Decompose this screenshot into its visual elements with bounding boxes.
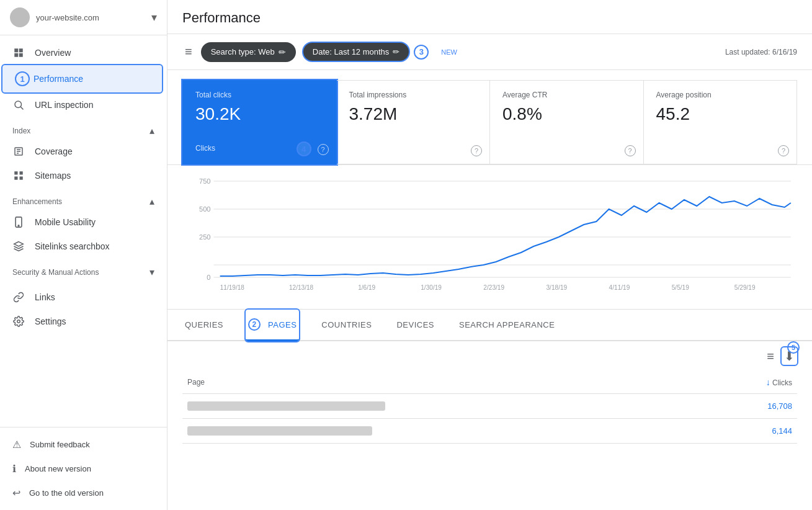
svg-text:250: 250 [199,233,211,241]
sidebar-item-submit-feedback[interactable]: ⚠ Submit feedback [0,432,167,457]
performance-badge: 1 [15,71,30,86]
table-cell-clicks-1: 16,708 [706,394,797,419]
settings-icon [12,316,25,327]
blurred-url-1: https://example.com/page-path-blurred-lo… [187,401,385,411]
mobile-icon [12,217,25,228]
search-icon [12,99,25,110]
average-position-label: Average position [656,91,785,99]
coverage-icon [12,146,25,157]
svg-text:4/11/19: 4/11/19 [609,284,630,291]
filter-icon: ≡ [185,45,192,58]
sitelinks-icon [12,241,25,252]
svg-text:5/5/19: 5/5/19 [672,284,690,291]
sidebar-item-links-label: Links [35,292,55,302]
sidebar: your-website.com ▾ Overview 1 Performanc… [0,0,167,510]
page-title: Performance [182,10,261,34]
security-section-label: Security & Manual Actions ▾ [0,259,167,280]
svg-text:0: 0 [207,274,210,281]
pages-badge: 2 [248,318,261,331]
index-section-label: Index ▴ [0,117,167,139]
svg-point-17 [17,320,20,323]
chart-container: 750 500 250 0 11/19/18 12/13/18 1/6/19 1… [182,175,797,299]
table-toolbar: ≡ ⬇ 5 [182,341,797,371]
table-filter-icon: ≡ [767,349,774,363]
sidebar-item-performance[interactable]: 1 Performance [2,65,162,92]
index-toggle-icon[interactable]: ▴ [149,125,154,136]
svg-rect-2 [14,53,18,57]
search-type-label: Search type: Web [211,47,275,56]
sidebar-nav: Overview 1 Performance URL inspection In… [0,35,167,427]
average-ctr-value: 0.8% [502,104,631,124]
date-badge: 3 [414,45,429,60]
chart-area: 750 500 250 0 11/19/18 12/13/18 1/6/19 1… [167,165,812,310]
table-header-clicks[interactable]: ↓ Clicks [706,371,797,394]
tabs-row: QUERIES 2 PAGES COUNTRIES DEVICES SEARCH… [167,310,812,341]
tab-devices[interactable]: DEVICES [394,310,437,341]
tab-search-appearance-label: SEARCH APPEARANCE [459,320,555,329]
about-new-version-label: About new version [25,464,91,473]
tab-pages[interactable]: 2 PAGES [246,310,299,341]
sidebar-item-coverage[interactable]: Coverage [0,140,162,163]
enhancements-toggle-icon[interactable]: ▴ [149,195,154,207]
date-edit-icon: ✏ [393,47,399,56]
total-impressions-value: 3.72M [349,104,478,124]
svg-rect-10 [14,171,17,174]
sidebar-item-mobile-usability-label: Mobile Usability [35,217,96,227]
sidebar-item-sitelinks-label: Sitelinks searchbox [35,241,110,251]
chart-svg: 750 500 250 0 11/19/18 12/13/18 1/6/19 1… [182,175,797,299]
feedback-icon: ⚠ [12,439,21,450]
table-row: https://example.com/page-path-blurred-lo… [182,394,797,419]
sidebar-item-about-new-version[interactable]: ℹ About new version [0,457,167,481]
svg-text:750: 750 [199,177,211,185]
sidebar-item-settings[interactable]: Settings [0,310,162,333]
search-type-button[interactable]: Search type: Web ✏ [201,42,296,62]
download-badge: 5 [787,341,800,354]
svg-text:12/13/18: 12/13/18 [289,284,314,291]
table-row: https://example.com/another-page-blurred… [182,419,797,444]
average-ctr-help[interactable]: ? [625,145,636,156]
back-icon: ↩ [12,487,20,499]
svg-rect-0 [14,48,18,52]
sidebar-item-url-inspection[interactable]: URL inspection [0,93,162,117]
sidebar-item-sitemaps[interactable]: Sitemaps [0,164,162,187]
tab-queries[interactable]: QUERIES [182,310,226,341]
tab-countries[interactable]: COUNTRIES [319,310,374,341]
stat-total-impressions[interactable]: Total impressions 3.72M ? [337,80,491,164]
tab-search-appearance[interactable]: SEARCH APPEARANCE [457,310,557,341]
site-name: your-website.com [36,13,151,22]
svg-text:1/30/19: 1/30/19 [421,284,442,291]
sidebar-item-go-to-old-version[interactable]: ↩ Go to the old version [0,481,167,505]
svg-text:500: 500 [199,205,211,213]
sidebar-item-sitelinks-searchbox[interactable]: Sitelinks searchbox [0,235,162,258]
svg-marker-16 [14,242,24,247]
date-range-button[interactable]: Date: Last 12 months ✏ [302,42,411,62]
enhancements-section-label: Enhancements ▴ [0,188,167,210]
new-badge: NEW [441,48,457,56]
total-clicks-help[interactable]: ? [318,144,329,155]
average-position-help[interactable]: ? [778,145,789,156]
filter-button[interactable]: ≡ [182,42,195,61]
sidebar-item-mobile-usability[interactable]: Mobile Usability [0,210,162,234]
search-type-edit-icon: ✏ [279,47,286,57]
dropdown-icon[interactable]: ▾ [151,11,157,24]
stats-row: Total clicks 30.2K ? Clicks 4 Total impr… [167,70,812,165]
sidebar-item-url-inspection-label: URL inspection [35,100,93,110]
svg-text:1/6/19: 1/6/19 [358,284,376,291]
sidebar-item-overview[interactable]: Overview [0,41,162,65]
stat-average-ctr[interactable]: Average CTR 0.8% ? [490,80,644,164]
total-impressions-label: Total impressions [349,91,478,99]
info-icon: ℹ [12,463,16,475]
sidebar-item-links[interactable]: Links [0,285,162,309]
clicks-badge: 4 [297,141,311,156]
tab-queries-label: QUERIES [185,320,223,329]
total-impressions-help[interactable]: ? [471,145,482,156]
tab-devices-label: DEVICES [396,320,434,329]
stat-average-position[interactable]: Average position 45.2 ? [644,80,798,164]
links-icon [12,292,25,303]
table-cell-page-2: https://example.com/another-page-blurred… [182,419,706,444]
table-filter-button[interactable]: ≡ [767,347,774,365]
security-toggle-icon[interactable]: ▾ [149,266,154,278]
table-cell-page-1: https://example.com/page-path-blurred-lo… [182,394,706,419]
main-content: Performance ≡ Search type: Web ✏ Date: L… [167,0,812,510]
stat-total-clicks[interactable]: Total clicks 30.2K ? Clicks 4 [182,80,337,164]
